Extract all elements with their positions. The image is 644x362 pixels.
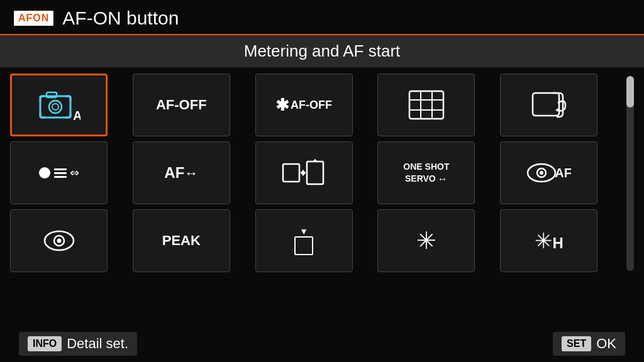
- af-off-label: AF-OFF: [156, 97, 207, 112]
- svg-marker-26: [313, 159, 318, 162]
- svg-marker-22: [303, 170, 306, 176]
- svg-rect-13: [409, 91, 443, 119]
- grid-container: AF AF-OFF ✱ AF-OFF: [0, 67, 644, 280]
- zone-switch-icon: [282, 159, 326, 187]
- svg-point-3: [52, 104, 58, 110]
- cell-metering-af-start[interactable]: AF: [10, 74, 108, 136]
- page-title: AF-ON button: [62, 8, 179, 29]
- cell-eye-af[interactable]: AF: [500, 141, 597, 204]
- cell-peak[interactable]: PEAK: [133, 209, 230, 272]
- cell-star-af-off[interactable]: ✱ AF-OFF: [255, 74, 353, 136]
- cell-custom-af[interactable]: [500, 74, 597, 136]
- peak-label: PEAK: [162, 233, 201, 248]
- eye-af-icon: AF: [526, 160, 572, 185]
- eye-icon: [43, 228, 75, 253]
- metering-dot-icon: ⇔: [39, 166, 79, 180]
- cell-grid-layout[interactable]: [377, 74, 475, 136]
- eye-af-svg: [526, 160, 557, 185]
- svg-rect-20: [283, 164, 299, 182]
- cell-eye[interactable]: [10, 209, 108, 272]
- spot-icon: ▼: [294, 226, 313, 255]
- section-title: Metering and AF start: [0, 35, 644, 67]
- svg-rect-24: [307, 162, 323, 184]
- on-text: ON: [33, 13, 49, 23]
- cell-one-shot-servo[interactable]: ONE SHOT SERVO ↔: [377, 141, 475, 204]
- svg-point-29: [540, 171, 543, 175]
- star-af-off-icon: ✱ AF-OFF: [275, 96, 332, 115]
- cell-zone-switch[interactable]: [255, 141, 353, 204]
- star-icon: ✳: [416, 227, 436, 255]
- set-button[interactable]: SET OK: [553, 332, 625, 356]
- scrollbar-thumb: [626, 76, 634, 107]
- zone-svg: [282, 159, 326, 187]
- af-on-badge: AFON: [13, 9, 55, 27]
- svg-text:AF: AF: [73, 109, 80, 121]
- function-grid: AF AF-OFF ✱ AF-OFF: [10, 74, 619, 273]
- svg-rect-0: [40, 96, 70, 118]
- cell-af-off[interactable]: AF-OFF: [133, 74, 230, 136]
- svg-rect-1: [47, 92, 57, 97]
- set-label: OK: [596, 336, 616, 352]
- one-shot-servo-icon: ONE SHOT SERVO ↔: [403, 161, 449, 184]
- footer: INFO Detail set. SET OK: [0, 326, 644, 362]
- af-text: AF: [18, 13, 33, 23]
- grid-layout-icon: [408, 90, 445, 120]
- cell-star-h[interactable]: ✳ H: [500, 209, 597, 272]
- info-badge: INFO: [28, 336, 62, 351]
- svg-point-2: [49, 101, 62, 113]
- svg-rect-18: [533, 93, 559, 116]
- metering-af-icon: AF: [38, 89, 80, 121]
- scrollbar[interactable]: [626, 76, 634, 271]
- info-label: Detail set.: [67, 336, 128, 352]
- camera-af-svg: AF: [38, 89, 80, 121]
- af-wide-label: AF↔: [164, 165, 198, 181]
- info-button[interactable]: INFO Detail set.: [19, 332, 137, 356]
- star-h-icon: ✳ H: [535, 228, 564, 253]
- header: AFON AF-ON button: [0, 0, 644, 34]
- cell-metering-dot[interactable]: ⇔: [10, 141, 108, 204]
- cell-af-wide[interactable]: AF↔: [133, 141, 230, 204]
- set-badge: SET: [562, 336, 591, 351]
- custom-af-icon: [530, 89, 568, 121]
- cell-spot[interactable]: ▼: [255, 209, 353, 272]
- svg-marker-23: [301, 170, 303, 176]
- svg-point-32: [57, 239, 61, 243]
- cell-star[interactable]: ✳: [377, 209, 475, 272]
